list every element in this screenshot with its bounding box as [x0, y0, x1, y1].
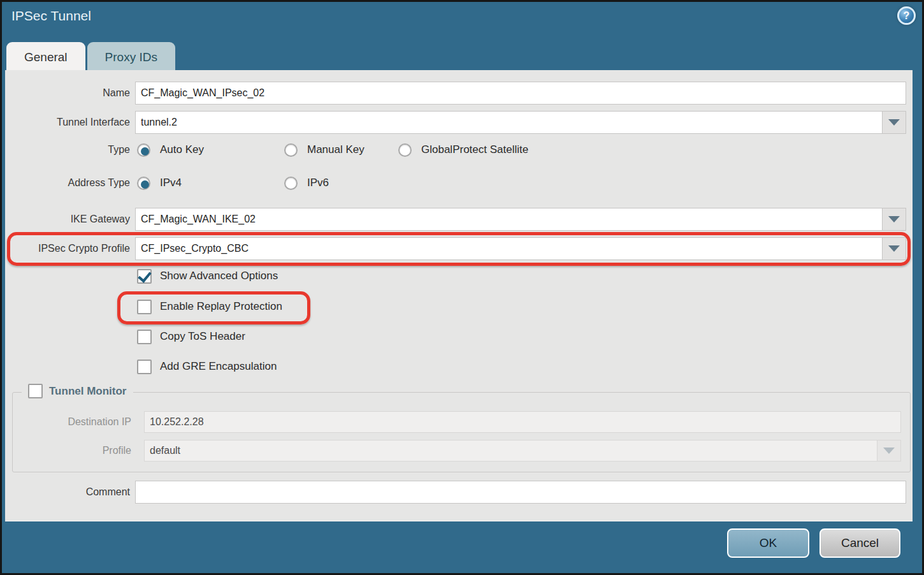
profile-dropdown-button — [877, 440, 900, 461]
tunnel-monitor-label: Tunnel Monitor — [49, 385, 127, 398]
radio-ipv6[interactable] — [284, 177, 298, 190]
radio-auto-key-label: Auto Key — [160, 143, 284, 156]
cancel-button-label: Cancel — [841, 536, 879, 550]
ike-gateway-combo — [135, 208, 906, 231]
type-radio-group: Auto Key Manual Key GlobalProtect Satell… — [137, 141, 528, 159]
copy-tos-header-row: Copy ToS Header — [137, 328, 245, 345]
tunnel-monitor-checkbox[interactable] — [28, 384, 43, 398]
radio-globalprotect-satellite-label: GlobalProtect Satellite — [421, 143, 528, 156]
profile-label: Profile — [15, 440, 131, 462]
radio-ipv4[interactable] — [137, 177, 150, 190]
chevron-down-icon — [888, 216, 900, 222]
destination-ip-label: Destination IP — [15, 411, 131, 433]
add-gre-encapsulation-label: Add GRE Encapsulation — [160, 360, 277, 373]
copy-tos-header-checkbox[interactable] — [137, 330, 152, 344]
comment-input[interactable] — [135, 481, 906, 504]
show-advanced-options-row: Show Advanced Options — [137, 268, 278, 284]
ike-gateway-dropdown-button[interactable] — [882, 208, 906, 230]
type-label: Type — [8, 141, 130, 159]
ike-gateway-input[interactable] — [136, 208, 882, 230]
radio-manual-key-label: Manual Key — [307, 143, 377, 156]
ok-button[interactable]: OK — [727, 528, 809, 558]
tunnel-monitor-fieldset: Tunnel Monitor Destination IP Profile — [12, 392, 911, 472]
profile-input — [145, 440, 877, 461]
name-input[interactable] — [135, 82, 906, 105]
help-icon-glyph: ? — [904, 10, 910, 22]
tab-bar: General Proxy IDs — [6, 42, 175, 72]
name-label: Name — [8, 82, 130, 105]
show-advanced-options-label: Show Advanced Options — [160, 270, 278, 282]
radio-globalprotect-satellite[interactable] — [398, 143, 412, 157]
ike-gateway-label: IKE Gateway — [8, 208, 130, 231]
ipsec-crypto-profile-combo — [135, 237, 906, 260]
ok-button-label: OK — [760, 536, 777, 550]
ipsec-tunnel-dialog: IPSec Tunnel ? General Proxy IDs Name Tu… — [0, 0, 924, 575]
ipsec-crypto-profile-label: IPSec Crypto Profile — [8, 237, 130, 260]
show-advanced-options-checkbox[interactable] — [137, 269, 152, 284]
tunnel-monitor-legend: Tunnel Monitor — [22, 384, 133, 398]
tunnel-interface-label: Tunnel Interface — [8, 111, 130, 134]
tab-proxy-ids-label: Proxy IDs — [105, 50, 157, 64]
tab-proxy-ids[interactable]: Proxy IDs — [87, 42, 175, 72]
add-gre-encapsulation-row: Add GRE Encapsulation — [137, 358, 277, 375]
radio-ipv4-label: IPv4 — [160, 177, 284, 189]
address-type-label: Address Type — [8, 174, 130, 192]
chevron-down-icon — [888, 245, 900, 252]
tunnel-interface-input[interactable] — [136, 112, 882, 133]
tab-general-label: General — [24, 50, 68, 64]
add-gre-encapsulation-checkbox[interactable] — [137, 360, 152, 374]
ipsec-crypto-profile-input[interactable] — [136, 238, 882, 259]
tunnel-interface-combo — [135, 111, 906, 134]
dialog-title: IPSec Tunnel — [11, 8, 91, 24]
radio-ipv6-label: IPv6 — [307, 177, 329, 189]
general-tab-panel: Name Tunnel Interface Type Auto Key Manu… — [5, 70, 913, 521]
tab-general[interactable]: General — [6, 42, 85, 72]
cancel-button[interactable]: Cancel — [819, 528, 900, 558]
enable-replay-protection-row: Enable Replay Protection — [137, 298, 282, 315]
copy-tos-header-label: Copy ToS Header — [160, 330, 245, 343]
tunnel-interface-dropdown-button[interactable] — [882, 112, 906, 133]
enable-replay-protection-checkbox[interactable] — [137, 300, 152, 314]
chevron-down-icon — [883, 448, 895, 454]
comment-label: Comment — [8, 481, 130, 504]
radio-manual-key[interactable] — [284, 143, 298, 157]
profile-combo — [144, 440, 901, 462]
destination-ip-input — [144, 411, 901, 433]
help-icon[interactable]: ? — [897, 6, 916, 25]
chevron-down-icon — [888, 119, 900, 126]
radio-auto-key[interactable] — [137, 143, 150, 157]
enable-replay-protection-label: Enable Replay Protection — [160, 300, 282, 313]
ipsec-crypto-profile-dropdown-button[interactable] — [882, 238, 906, 259]
address-type-radio-group: IPv4 IPv6 — [137, 174, 329, 192]
